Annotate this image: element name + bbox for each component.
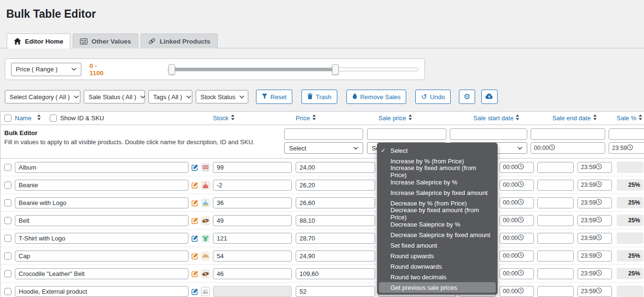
row-checkbox[interactable] [4,288,11,295]
sort-icon[interactable] [636,114,643,122]
range-type-select[interactable]: Price ( Range ) [11,63,81,76]
product-name-input[interactable] [15,268,189,279]
price-input[interactable] [296,215,375,226]
sort-icon[interactable] [513,114,520,122]
product-name-input[interactable] [15,197,189,208]
tags-select[interactable]: Tags ( All ) [148,90,192,103]
row-checkbox[interactable] [4,182,11,189]
sale-start-time-input[interactable]: 00:00 [500,162,534,173]
menu-item[interactable]: Round upwards [377,251,498,261]
product-name-input[interactable] [15,162,189,173]
row-checkbox[interactable] [4,199,11,206]
settings-button[interactable]: ⚙ [459,90,475,104]
select-all-checkbox[interactable] [4,114,11,122]
bulk-sale-start-date-input[interactable] [531,128,605,140]
menu-item[interactable]: Round downwards [377,261,498,272]
price-input[interactable] [296,268,375,279]
bulk-sale-end-time-input[interactable]: 23:59 [609,142,644,154]
sale-end-date-input[interactable] [537,233,574,244]
sort-name-header[interactable]: Name [15,114,32,122]
sale-start-time-input[interactable]: 00:00 [500,286,534,297]
sale-end-date-input[interactable] [537,197,574,208]
price-input[interactable] [296,180,375,191]
price-range-slider[interactable] [167,68,419,71]
undo-button[interactable]: ↺ Undo [415,90,451,104]
sort-sale-end-header[interactable]: Sale end date [552,114,590,122]
sort-stock-header[interactable]: Stock [213,114,229,122]
sale-end-date-input[interactable] [537,162,574,173]
product-name-input[interactable] [15,180,189,191]
menu-item[interactable]: ✓Select [377,145,498,156]
stock-input[interactable] [213,162,292,173]
sale-start-time-input[interactable]: 00:00 [500,268,534,279]
price-input[interactable] [296,286,375,297]
sort-icon[interactable] [406,114,412,122]
sale-start-time-input[interactable]: 00:00 [500,251,534,262]
price-input[interactable] [296,233,375,244]
menu-item[interactable]: Increase Saleprice by fixed amount [377,187,498,198]
stock-input[interactable] [213,268,292,279]
menu-item[interactable]: Round two decimals [377,272,498,282]
price-input[interactable] [296,251,375,262]
product-name-input[interactable] [15,215,189,226]
row-checkbox[interactable] [4,164,11,171]
bulk-sale-start-time-input[interactable]: 00:00 [531,142,605,154]
menu-item[interactable]: Decrease Saleprice by fixed amount [377,229,498,240]
show-id-sku-checkbox[interactable] [50,114,57,122]
edit-icon[interactable] [191,252,199,260]
bulk-price-input[interactable] [367,128,446,140]
stock-input[interactable] [213,251,292,262]
sale-end-date-input[interactable] [537,180,574,191]
tab-linked-products[interactable]: Linked Products [141,34,218,48]
edit-icon[interactable] [191,199,199,206]
stock-input[interactable] [213,197,292,208]
sale-end-date-input[interactable] [537,251,574,262]
sale-end-time-input[interactable]: 23:59 [577,268,612,279]
sale-end-date-input[interactable] [537,268,574,279]
sale-end-time-input[interactable]: 23:59 [577,180,612,191]
stock-input[interactable] [213,233,292,244]
bulk-sale-price-input[interactable] [450,128,527,140]
stock-status-select[interactable]: Stock Status [196,90,248,103]
sale-start-time-input[interactable]: 00:00 [500,180,534,191]
sort-sale-price-header[interactable]: Sale price [378,114,406,122]
sale-status-select[interactable]: Sale Status ( All ) [84,90,145,103]
menu-item[interactable]: Increase by fixed amount (from Price) [377,166,498,177]
category-select[interactable]: Select Category ( All ) [5,90,80,103]
sort-icon[interactable] [310,114,316,122]
product-name-input[interactable] [15,233,189,244]
price-input[interactable] [296,162,375,173]
edit-icon[interactable] [191,217,199,224]
sort-icon[interactable] [591,114,597,122]
sale-start-time-input[interactable]: 00:00 [500,215,534,226]
bulk-stock-select[interactable]: Select [284,142,363,154]
sale-end-time-input[interactable]: 23:59 [577,286,612,297]
edit-icon[interactable] [191,270,199,277]
sort-price-header[interactable]: Price [296,114,310,122]
trash-button[interactable]: Trash [301,90,337,104]
sale-end-date-input[interactable] [537,286,574,297]
sale-end-time-input[interactable]: 23:59 [577,162,612,173]
edit-icon[interactable] [191,164,199,171]
row-checkbox[interactable] [4,217,11,224]
sale-end-time-input[interactable]: 23:59 [577,233,612,244]
tab-other-values[interactable]: Other Values [73,34,138,48]
sale-start-time-input[interactable]: 00:00 [500,197,534,208]
stock-input[interactable] [213,215,292,226]
bulk-stock-input[interactable] [284,128,363,140]
sort-sale-start-header[interactable]: Sale start date [474,114,514,122]
stock-input[interactable] [213,286,292,297]
slider-handle-max[interactable] [332,64,339,75]
export-button[interactable] [481,90,498,104]
sort-icon[interactable] [35,114,41,122]
edit-icon[interactable] [191,288,199,295]
row-checkbox[interactable] [4,252,11,260]
stock-input[interactable] [213,180,292,191]
sale-end-time-input[interactable]: 23:59 [577,197,612,208]
sale-end-time-input[interactable]: 23:59 [577,215,612,226]
sale-end-time-input[interactable]: 23:59 [577,251,612,262]
tab-editor-home[interactable]: Editor Home [7,34,70,48]
menu-item[interactable]: Decrease by fixed amount (from Price) [377,208,498,219]
menu-item[interactable]: Get previous sale prices [379,282,496,293]
edit-icon[interactable] [191,235,199,242]
